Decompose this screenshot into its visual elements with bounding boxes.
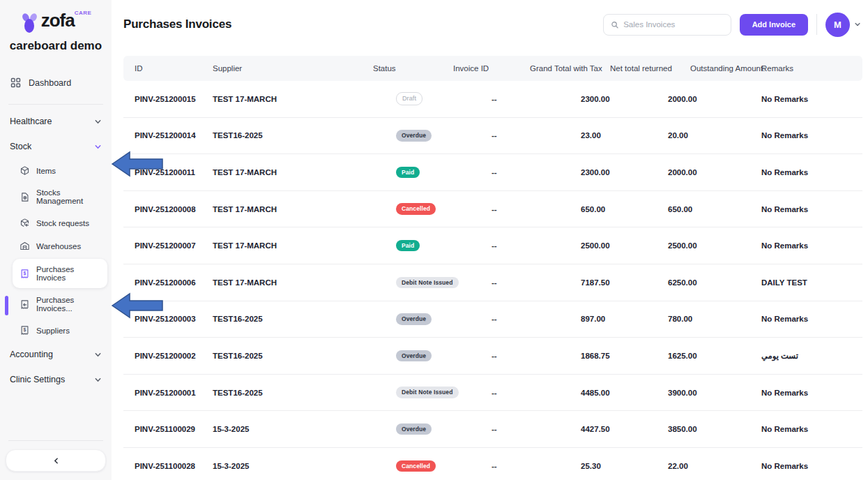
sidebar-item-suppliers[interactable]: $ Suppliers — [0, 319, 112, 342]
cell-grand-total: 25.30 — [526, 462, 607, 470]
sidebar-item-label: Purchases Invoices... — [36, 296, 106, 313]
cell-grand-total: 2500.00 — [526, 241, 607, 250]
sidebar-item-label: Suppliers — [36, 327, 70, 335]
cell-id: PINV-251200015 — [123, 95, 213, 103]
search-icon — [611, 20, 619, 29]
cell-invoice-id: -- — [450, 168, 526, 177]
sidebar-divider — [8, 104, 103, 105]
cell-supplier: TEST16-2025 — [213, 131, 363, 140]
table-row[interactable]: PINV-251200001 TEST16-2025 Debit Note Is… — [123, 375, 862, 412]
user-menu[interactable]: M — [825, 13, 861, 37]
add-invoice-button[interactable]: Add Invoice — [740, 14, 808, 36]
chevron-down-icon — [94, 376, 102, 384]
cell-net-returned: 2500.00 — [607, 241, 687, 250]
cell-supplier: TEST 17-MARCH — [213, 95, 363, 103]
cell-invoice-id: -- — [450, 352, 526, 360]
sidebar-item-label: Dashboard — [29, 78, 71, 88]
cell-invoice-id: -- — [450, 95, 526, 103]
cell-supplier: TEST 17-MARCH — [213, 241, 363, 250]
table-row[interactable]: PINV-251200011 TEST 17-MARCH Paid -- 230… — [123, 154, 862, 191]
sidebar-item-stocks-management[interactable]: Stocks Management — [0, 182, 112, 211]
cell-id: PINV-251200002 — [123, 352, 213, 360]
collapse-sidebar-button[interactable] — [6, 449, 106, 472]
sidebar-item-label: Warehouses — [36, 242, 81, 250]
sidebar-item-items[interactable]: Items — [0, 159, 112, 182]
table-row[interactable]: PINV-251200006 TEST 17-MARCH Debit Note … — [123, 264, 862, 301]
svg-text:$: $ — [24, 327, 26, 333]
cube-arrow-icon — [20, 218, 30, 228]
cell-invoice-id: -- — [450, 131, 526, 140]
cell-remarks: No Remarks — [756, 425, 862, 433]
cell-grand-total: 650.00 — [526, 205, 607, 213]
sidebar-item-dashboard[interactable]: Dashboard — [0, 71, 112, 94]
receipt-dollar-icon: $ — [20, 269, 30, 279]
cell-grand-total: 2300.00 — [526, 168, 607, 177]
sidebar-group-healthcare[interactable]: Healthcare — [0, 109, 112, 134]
cell-status: Overdue — [363, 350, 450, 362]
sidebar-item-label: Items — [36, 167, 56, 175]
topbar: Purchases Invoices Add Invoice M — [112, 0, 868, 49]
cell-invoice-id: -- — [450, 425, 526, 433]
status-badge: Draft — [396, 92, 422, 105]
cell-supplier: TEST16-2025 — [213, 315, 363, 323]
group-label: Accounting — [10, 350, 53, 359]
cell-grand-total: 1868.75 — [526, 352, 607, 360]
cell-net-returned: 3850.00 — [607, 425, 687, 433]
app-window: zofaCARE careboard demo Dashboard Health… — [0, 0, 868, 480]
logo: zofaCARE — [0, 10, 112, 33]
sidebar-group-accounting[interactable]: Accounting — [0, 342, 112, 367]
cell-net-returned: 22.00 — [607, 462, 687, 470]
cell-supplier: 15-3-2025 — [213, 425, 363, 433]
cell-remarks: No Remarks — [756, 241, 862, 250]
status-badge: Overdue — [396, 423, 432, 435]
warehouse-icon — [20, 241, 30, 251]
column-header-grand-total: Grand Total with Tax — [526, 64, 607, 73]
cell-id: PINV-251100028 — [123, 462, 213, 470]
chevron-down-icon — [94, 118, 102, 126]
dashboard-grid-icon — [10, 77, 22, 89]
table-row[interactable]: PINV-251200014 TEST16-2025 Overdue -- 23… — [123, 118, 862, 155]
sidebar-item-purchases-invoices-returns[interactable]: Purchases Invoices... — [0, 290, 112, 319]
table-row[interactable]: PINV-251200003 TEST16-2025 Overdue -- 89… — [123, 301, 862, 338]
table-row[interactable]: PINV-251200008 TEST 17-MARCH Cancelled -… — [123, 191, 862, 228]
table-row[interactable]: PINV-251200007 TEST 17-MARCH Paid -- 250… — [123, 227, 862, 264]
cell-status: Paid — [363, 167, 450, 179]
status-badge: Overdue — [396, 313, 432, 325]
cell-status: Overdue — [363, 130, 450, 142]
table-row[interactable]: PINV-251100029 15-3-2025 Overdue -- 4427… — [123, 411, 862, 448]
cell-remarks: No Remarks — [756, 462, 862, 470]
sidebar-item-warehouses[interactable]: Warehouses — [0, 234, 112, 257]
table-row[interactable]: PINV-251100028 15-3-2025 Cancelled -- 25… — [123, 448, 862, 480]
sidebar-item-stock-requests[interactable]: Stock requests — [0, 211, 112, 234]
search-input[interactable] — [623, 20, 723, 29]
sidebar-group-stock[interactable]: Stock — [0, 134, 112, 159]
table-row[interactable]: PINV-251200002 TEST16-2025 Overdue -- 18… — [123, 338, 862, 375]
logo-care-badge: CARE — [75, 10, 92, 16]
cell-id: PINV-251100029 — [123, 425, 213, 433]
cell-net-returned: 6250.00 — [607, 278, 687, 287]
table-row[interactable]: PINV-251200015 TEST 17-MARCH Draft -- 23… — [123, 81, 862, 118]
cell-remarks: No Remarks — [756, 389, 862, 397]
sidebar-group-clinic-settings[interactable]: Clinic Settings — [0, 367, 112, 392]
cell-remarks: DAILY TEST — [756, 278, 862, 287]
table-body: PINV-251200015 TEST 17-MARCH Draft -- 23… — [123, 81, 862, 480]
sidebar-item-purchases-invoices[interactable]: $ Purchases Invoices — [13, 259, 107, 288]
stock-submenu: Items Stocks Management Stock requests — [0, 159, 112, 342]
cell-status: Overdue — [363, 423, 450, 435]
cell-id: PINV-251200014 — [123, 131, 213, 140]
cell-id: PINV-251200006 — [123, 278, 213, 287]
status-badge: Paid — [396, 167, 420, 179]
svg-text:$: $ — [24, 271, 26, 276]
cell-invoice-id: -- — [450, 241, 526, 250]
sidebar-item-label: Stock requests — [36, 219, 89, 227]
status-badge: Cancelled — [396, 203, 436, 215]
cell-invoice-id: -- — [450, 462, 526, 470]
status-badge: Overdue — [396, 130, 432, 142]
cell-grand-total: 4427.50 — [526, 425, 607, 433]
group-label: Clinic Settings — [10, 375, 65, 384]
cell-status: Debit Note Issued — [363, 277, 450, 289]
group-label: Healthcare — [10, 117, 52, 126]
zofa-flower-logo-icon — [20, 13, 38, 33]
logo-text: zofa — [41, 10, 75, 31]
cell-status: Paid — [363, 240, 450, 252]
